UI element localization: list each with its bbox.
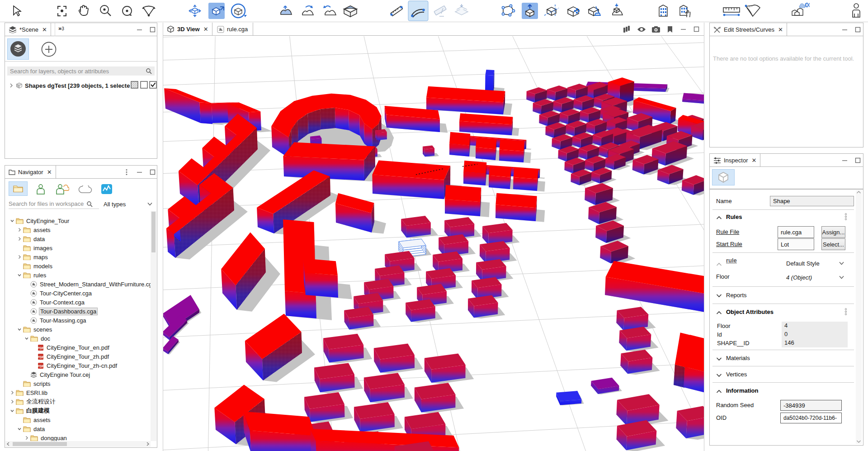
svg-text:PDF: PDF <box>38 347 44 350</box>
svg-text:PDF: PDF <box>38 356 44 359</box>
svg-text:PDF: PDF <box>38 365 44 368</box>
